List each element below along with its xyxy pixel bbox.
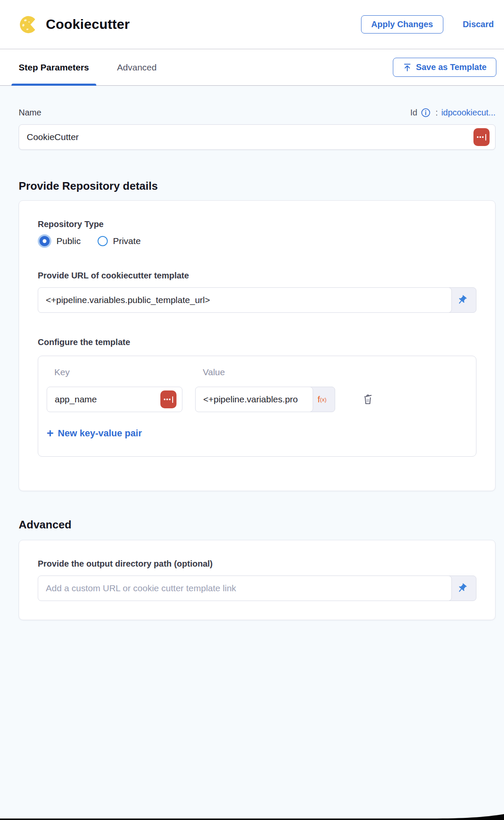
step-parameters-panel: Name Id : idpcookiecut... Provide Reposi… <box>0 86 504 820</box>
kv-row-key-wrap <box>47 387 182 412</box>
radio-private[interactable]: Private <box>98 236 140 246</box>
advanced-section-heading: Advanced <box>19 518 496 531</box>
pin-icon <box>456 295 468 306</box>
tab-bar: Step Parameters Advanced Save as Templat… <box>0 49 504 86</box>
radio-selected-icon <box>39 236 50 246</box>
kv-value-header: Value <box>195 367 335 377</box>
pin-input-button[interactable] <box>448 576 476 601</box>
info-icon[interactable] <box>421 108 431 118</box>
pin-input-button[interactable] <box>448 287 476 313</box>
key-value-box: Key Value f(x) <box>38 356 476 457</box>
name-input[interactable] <box>19 124 496 150</box>
plus-icon: + <box>47 427 53 439</box>
output-directory-label: Provide the output directory path (optio… <box>38 559 476 569</box>
advanced-card: Provide the output directory path (optio… <box>19 540 496 620</box>
password-manager-icon[interactable] <box>473 128 490 146</box>
output-directory-input-group <box>38 576 476 601</box>
id-value: idpcookiecut... <box>441 108 496 118</box>
add-key-value-button[interactable]: + New key-value pair <box>47 427 466 439</box>
template-url-input[interactable] <box>38 287 452 313</box>
trash-icon <box>361 392 374 406</box>
tab-step-parameters[interactable]: Step Parameters <box>19 49 89 85</box>
upload-icon <box>403 63 412 72</box>
password-manager-icon[interactable] <box>160 390 176 408</box>
cookiecutter-logo-icon <box>19 15 38 34</box>
tab-advanced[interactable]: Advanced <box>117 49 157 85</box>
kv-value-input[interactable] <box>195 387 313 412</box>
header: Cookiecutter Apply Changes Discard <box>0 0 504 49</box>
pin-icon <box>456 583 468 594</box>
id-colon: : <box>436 108 438 118</box>
apply-changes-button[interactable]: Apply Changes <box>361 15 443 34</box>
template-url-input-group <box>38 287 476 313</box>
repository-details-card: Repository Type Public Private Provide U… <box>19 200 496 491</box>
kv-row-value-group: f(x) <box>195 387 335 412</box>
output-directory-input[interactable] <box>38 576 452 601</box>
template-url-label: Provide URL of cookiecutter template <box>38 271 476 281</box>
discard-button[interactable]: Discard <box>463 20 494 29</box>
kv-key-header: Key <box>47 367 182 377</box>
delete-row-button[interactable] <box>360 390 376 409</box>
radio-unselected-icon <box>98 236 108 246</box>
save-as-template-button[interactable]: Save as Template <box>393 58 496 77</box>
configure-template-label: Configure the template <box>38 337 476 347</box>
repository-section-heading: Provide Repository details <box>19 180 496 193</box>
id-label: Id <box>410 108 417 118</box>
repository-type-label: Repository Type <box>38 219 476 229</box>
name-field-label: Name <box>19 108 41 118</box>
repository-type-radio-group: Public Private <box>38 236 476 246</box>
cookiecutter-step-panel: Cookiecutter Apply Changes Discard Step … <box>0 0 504 820</box>
page-title: Cookiecutter <box>46 17 130 32</box>
radio-public[interactable]: Public <box>38 236 81 246</box>
